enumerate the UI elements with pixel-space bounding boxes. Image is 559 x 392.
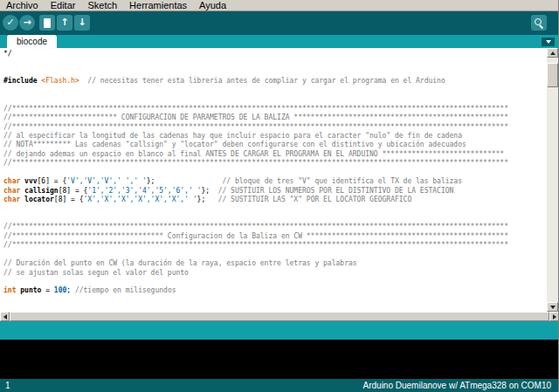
code-text: */ #include <Flash.h> // necesitas tener… [3, 50, 508, 296]
arrow-down-icon: ↓ [78, 15, 86, 31]
horizontal-scrollbar-thumb[interactable] [10, 312, 549, 321]
tab-bar: biocode [0, 35, 558, 48]
status-message-strip [0, 321, 558, 340]
new-sketch-button[interactable] [39, 15, 55, 31]
arrow-right-icon: → [23, 15, 31, 31]
scroll-left-button[interactable] [0, 312, 10, 321]
arduino-ide-window: ArchivoEditarSketchHerramientasAyuda ✓ →… [0, 0, 559, 392]
arrow-down-icon [550, 306, 556, 309]
menu-sketch[interactable]: Sketch [81, 0, 123, 11]
menu-editar[interactable]: Editar [45, 0, 82, 11]
open-button[interactable]: ↑ [57, 15, 72, 31]
scroll-up-button[interactable] [547, 48, 558, 58]
vertical-scrollbar-thumb[interactable] [547, 63, 558, 87]
board-port-status: Arduino Duemilanove w/ ATmega328 on COM1… [363, 381, 551, 390]
toolbar: ✓ → ↑ ↓ [0, 11, 558, 35]
console-output [0, 340, 558, 379]
document-icon [44, 18, 51, 28]
verify-button[interactable]: ✓ [3, 15, 18, 31]
menu-herramientas[interactable]: Herramientas [123, 0, 193, 11]
menu-archivo[interactable]: Archivo [0, 0, 45, 11]
horizontal-scrollbar[interactable] [0, 312, 559, 321]
vertical-scrollbar[interactable] [547, 48, 558, 312]
check-icon: ✓ [6, 15, 14, 31]
tab-biocode[interactable]: biocode [7, 35, 57, 48]
scroll-right-button[interactable] [549, 312, 559, 321]
save-button[interactable]: ↓ [74, 15, 90, 31]
status-bar: 1 Arduino Duemilanove w/ ATmega328 on CO… [0, 379, 558, 392]
tab-menu-button[interactable] [542, 38, 555, 46]
magnifier-icon [535, 18, 544, 28]
tab-label: biocode [17, 37, 47, 46]
upload-button[interactable]: → [19, 15, 35, 31]
arrow-left-icon [3, 314, 7, 320]
code-editor[interactable]: */ #include <Flash.h> // necesitas tener… [0, 48, 548, 312]
menu-bar: ArchivoEditarSketchHerramientasAyuda [0, 0, 558, 11]
scroll-down-button[interactable] [547, 302, 558, 312]
arrow-right-icon [553, 314, 556, 320]
menu-ayuda[interactable]: Ayuda [193, 0, 232, 11]
arrow-up-icon [550, 52, 556, 55]
chevron-down-icon [546, 40, 551, 44]
serial-monitor-button[interactable] [531, 15, 547, 31]
line-number-indicator: 1 [5, 381, 10, 390]
arrow-up-icon: ↑ [60, 15, 68, 31]
